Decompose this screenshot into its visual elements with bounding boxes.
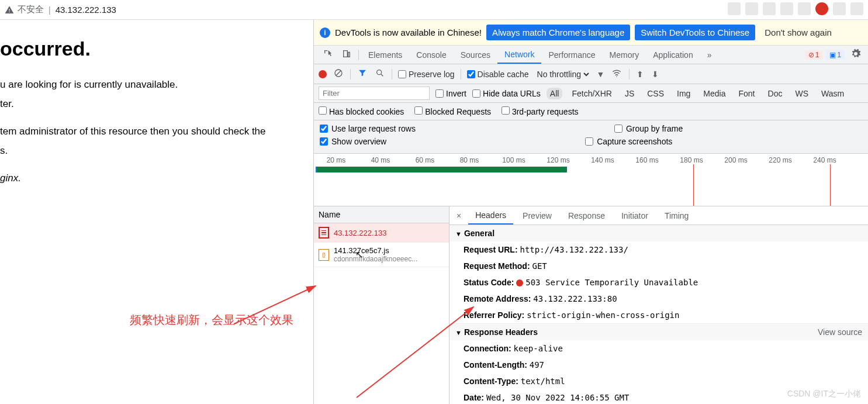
tab-response[interactable]: Response: [561, 208, 612, 224]
tab-sources[interactable]: Sources: [454, 47, 497, 63]
error-text: s.: [0, 143, 313, 160]
ext-icon[interactable]: [780, 2, 793, 15]
inspect-icon[interactable]: [319, 47, 337, 63]
tab-application[interactable]: Application: [646, 47, 700, 63]
request-row[interactable]: 43.132.222.133: [314, 223, 449, 243]
svg-point-5: [617, 76, 618, 77]
error-text: ter.: [0, 96, 313, 113]
hide-urls-checkbox[interactable]: Hide data URLs: [472, 89, 541, 98]
ext-icon[interactable]: [815, 2, 828, 15]
tab-performance[interactable]: Performance: [541, 47, 602, 63]
record-button[interactable]: [319, 70, 327, 78]
ext-icon[interactable]: [850, 2, 863, 15]
name-column-header[interactable]: Name: [314, 206, 449, 223]
tab-initiator[interactable]: Initiator: [614, 208, 655, 224]
tab-console[interactable]: Console: [409, 47, 453, 63]
view-source-link[interactable]: View source: [818, 327, 862, 337]
dropdown-icon[interactable]: ▼: [597, 70, 605, 79]
download-icon[interactable]: ⬇: [651, 68, 660, 80]
timeline-overview[interactable]: 20 ms40 ms60 ms 80 ms100 ms120 ms 140 ms…: [314, 154, 868, 206]
svg-line-0: [234, 286, 316, 324]
type-all[interactable]: All: [547, 88, 563, 99]
banner-text: DevTools is now available in Chinese!: [335, 27, 482, 37]
filter-bar: Invert Hide data URLs All Fetch/XHR JS C…: [314, 84, 868, 103]
filter-input[interactable]: [319, 87, 430, 100]
device-icon[interactable]: [337, 47, 356, 63]
type-js[interactable]: JS: [621, 88, 638, 99]
large-rows-checkbox[interactable]: Use large request rows: [320, 124, 416, 133]
devtools-panel: i DevTools is now available in Chinese! …: [313, 20, 868, 404]
ext-icon[interactable]: [798, 2, 811, 15]
switch-chinese-button[interactable]: Switch DevTools to Chinese: [635, 25, 755, 40]
page-content: occurred. u are looking for is currently…: [0, 20, 313, 404]
ext-icon[interactable]: [745, 2, 758, 15]
document-icon: [319, 227, 329, 239]
devtools-tabs: Elements Console Sources Network Perform…: [314, 46, 868, 64]
type-media[interactable]: Media: [700, 88, 729, 99]
error-heading: occurred.: [0, 37, 313, 60]
dont-show-button[interactable]: Don't show again: [760, 25, 836, 40]
tab-headers[interactable]: Headers: [468, 207, 513, 225]
wifi-icon[interactable]: [610, 67, 623, 81]
tab-network[interactable]: Network: [497, 46, 541, 64]
general-header[interactable]: ▼General: [449, 225, 868, 241]
security-label: 不安全: [18, 4, 44, 15]
arrow-annotation: [234, 283, 321, 330]
show-overview-checkbox[interactable]: Show overview: [320, 137, 386, 146]
error-count-badge[interactable]: ⊘ 1: [805, 50, 823, 60]
more-tabs[interactable]: »: [700, 47, 719, 63]
network-data: Name 43.132.222.133 {} 141.327ce5c7.jscd…: [314, 206, 868, 404]
timeline-marker: [693, 164, 694, 206]
type-doc[interactable]: Doc: [765, 88, 786, 99]
preserve-log-checkbox[interactable]: Preserve log: [398, 70, 455, 79]
tab-timing[interactable]: Timing: [658, 208, 696, 224]
error-text: tem administrator of this resource then …: [0, 123, 313, 140]
ext-icon[interactable]: [763, 2, 776, 15]
type-img[interactable]: Img: [673, 88, 694, 99]
type-css[interactable]: CSS: [644, 88, 668, 99]
close-icon[interactable]: ×: [452, 209, 466, 223]
watermark: CSDN @IT之一小佬: [787, 389, 861, 399]
type-fetch[interactable]: Fetch/XHR: [568, 88, 615, 99]
info-icon: i: [320, 27, 330, 38]
request-row[interactable]: {} 141.327ce5c7.jscdonnmffkdaoajfknoeeec…: [314, 243, 449, 267]
search-icon[interactable]: [374, 67, 386, 81]
status-dot-icon: [516, 279, 523, 286]
network-toolbar: Preserve log Disable cache No throttling…: [314, 64, 868, 84]
type-ws[interactable]: WS: [791, 88, 812, 99]
blocked-requests-checkbox[interactable]: Blocked Requests: [414, 106, 491, 116]
svg-line-2: [336, 71, 341, 75]
tab-elements[interactable]: Elements: [361, 47, 409, 63]
tab-preview[interactable]: Preview: [516, 208, 559, 224]
blocked-cookies-checkbox[interactable]: Has blocked cookies: [319, 106, 404, 116]
settings-icon[interactable]: [848, 46, 863, 63]
group-frame-checkbox[interactable]: Group by frame: [614, 124, 683, 133]
third-party-checkbox[interactable]: 3rd-party requests: [502, 106, 579, 116]
match-language-button[interactable]: Always match Chrome's language: [486, 25, 630, 40]
extensions-area: [728, 2, 863, 15]
invert-checkbox[interactable]: Invert: [435, 89, 466, 98]
ext-icon[interactable]: [833, 2, 846, 15]
detail-tabs: × Headers Preview Response Initiator Tim…: [449, 206, 868, 225]
language-banner: i DevTools is now available in Chinese! …: [314, 20, 868, 46]
warning-icon: [5, 5, 14, 15]
timeline-marker: [830, 164, 831, 206]
upload-icon[interactable]: ⬆: [635, 68, 645, 80]
filter-icon[interactable]: [357, 67, 368, 81]
tab-memory[interactable]: Memory: [603, 47, 646, 63]
timeline-bar: [316, 167, 567, 172]
clear-icon[interactable]: [333, 67, 344, 81]
ext-icon[interactable]: [728, 2, 741, 15]
type-font[interactable]: Font: [735, 88, 759, 99]
svg-line-4: [381, 74, 383, 76]
response-headers-header[interactable]: ▼Response HeadersView source: [449, 324, 868, 340]
issue-count-badge[interactable]: ▣ 1: [826, 50, 845, 60]
url-text[interactable]: 43.132.222.133: [56, 5, 116, 15]
timeline-labels: 20 ms40 ms60 ms 80 ms100 ms120 ms 140 ms…: [314, 154, 868, 167]
disable-cache-checkbox[interactable]: Disable cache: [467, 70, 529, 79]
nginx-text: ginx.: [0, 172, 21, 184]
throttling-select[interactable]: No throttling: [535, 69, 591, 80]
capture-screenshots-checkbox[interactable]: Capture screenshots: [585, 137, 672, 146]
type-wasm[interactable]: Wasm: [818, 88, 848, 99]
error-text: u are looking for is currently unavailab…: [0, 77, 313, 94]
